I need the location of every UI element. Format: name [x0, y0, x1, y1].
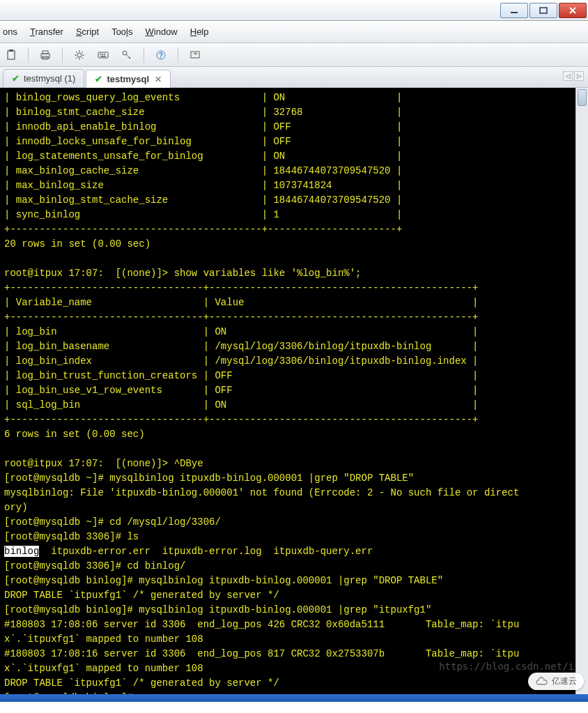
- svg-rect-9: [100, 54, 101, 55]
- tabstrip: ✔ testmysql (1) ✔ testmysql ✕ ◁ ▷: [0, 67, 588, 88]
- toolbar-separator: [178, 47, 178, 63]
- menu-script[interactable]: Script: [76, 26, 99, 37]
- cloud-label: 亿速云: [552, 675, 577, 687]
- tab-testmysql[interactable]: ✔ testmysql ✕: [86, 70, 171, 88]
- keyboard-icon[interactable]: [96, 48, 110, 62]
- menu-window[interactable]: Window: [146, 26, 178, 37]
- minimize-button[interactable]: [500, 3, 528, 18]
- svg-rect-0: [511, 12, 518, 13]
- menubar: ons Transfer Script Tools Window Help: [0, 21, 588, 43]
- tab-prev-icon[interactable]: ◁: [563, 71, 573, 81]
- tab-label: testmysql (1): [24, 73, 75, 84]
- screen-refresh-icon[interactable]: [188, 48, 202, 62]
- key-icon[interactable]: [120, 48, 134, 62]
- toolbar-separator: [144, 47, 144, 63]
- gear-icon[interactable]: [72, 48, 86, 62]
- svg-rect-12: [100, 56, 106, 57]
- svg-rect-11: [104, 54, 105, 55]
- maximize-button[interactable]: [529, 3, 557, 18]
- scrollbar[interactable]: [575, 88, 588, 694]
- menu-transfer[interactable]: Transfer: [30, 26, 63, 37]
- cloud-icon: [535, 677, 549, 687]
- toolbar-separator: [62, 47, 63, 63]
- print-icon[interactable]: [38, 48, 52, 62]
- watermark: https://blog.csdn.net/i: [439, 661, 574, 672]
- tab-label: testmysql: [107, 74, 149, 84]
- menu-help[interactable]: Help: [190, 26, 209, 37]
- titlebar: [0, 0, 588, 21]
- svg-rect-8: [98, 52, 108, 58]
- taskbar: [0, 694, 588, 702]
- scrollbar-thumb[interactable]: [578, 89, 587, 106]
- terminal-wrap: | binlog_rows_query_log_events | ON | | …: [0, 88, 588, 694]
- close-button[interactable]: [559, 3, 587, 18]
- menu-item-partial[interactable]: ons: [3, 26, 17, 37]
- terminal[interactable]: | binlog_rows_query_log_events | ON | | …: [0, 88, 588, 694]
- svg-rect-10: [102, 54, 103, 55]
- svg-rect-1: [540, 8, 547, 13]
- toolbar-separator: [28, 47, 29, 63]
- svg-rect-2: [8, 51, 15, 59]
- svg-rect-3: [9, 49, 13, 52]
- svg-text:?: ?: [159, 52, 163, 59]
- svg-rect-5: [42, 51, 48, 54]
- close-tab-icon[interactable]: ✕: [155, 75, 162, 84]
- svg-point-7: [77, 53, 82, 57]
- tab-nav: ◁ ▷: [563, 71, 584, 81]
- tab-next-icon[interactable]: ▷: [574, 71, 584, 81]
- toolbar: ?: [0, 43, 588, 67]
- tab-testmysql-1[interactable]: ✔ testmysql (1): [3, 69, 84, 87]
- menu-tools[interactable]: Tools: [111, 26, 132, 37]
- check-icon: ✔: [12, 73, 20, 84]
- paste-icon[interactable]: [4, 48, 18, 62]
- cloud-badge: 亿速云: [528, 673, 584, 690]
- check-icon: ✔: [95, 74, 102, 84]
- help-icon[interactable]: ?: [154, 48, 168, 62]
